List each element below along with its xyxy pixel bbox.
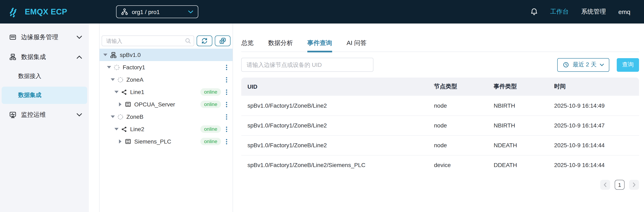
- tree-node-label: ZoneA: [126, 76, 144, 83]
- sidebar-item-edge-service-management[interactable]: 边缘服务管理: [0, 27, 89, 47]
- tree-node-label: Siemens_PLC: [134, 138, 171, 145]
- table-row: spBv1.0/Factory1/ZoneB/Line2/Siemens_PLC…: [241, 155, 639, 175]
- tree-node-label: OPCUA_Server: [134, 101, 175, 108]
- table-cell-event-type: DDEATH: [488, 155, 548, 175]
- filter-actions: 最近 2 天 查询: [558, 58, 639, 72]
- tree-row-actions: [225, 76, 228, 83]
- sidebar-item-monitor-ops[interactable]: 监控运维: [0, 105, 89, 125]
- next-page-button[interactable]: [629, 180, 639, 190]
- org-project-selector[interactable]: org1 / pro1: [116, 5, 198, 18]
- group-icon: [114, 64, 120, 70]
- header-nav: 工作台系统管理emq: [550, 8, 630, 16]
- caret-down-icon[interactable]: [114, 128, 119, 130]
- caret-down-icon[interactable]: [106, 66, 112, 68]
- magnifier-icon: [185, 37, 191, 44]
- status-badge: online: [200, 88, 221, 96]
- tab-overview[interactable]: 总览: [241, 39, 254, 51]
- caret-down-icon[interactable]: [110, 78, 115, 81]
- column-header: UID: [241, 78, 428, 96]
- sidebar-subitem-data-access[interactable]: 数据接入: [0, 67, 89, 86]
- sidebar-menu: 边缘服务管理数据集成数据接入数据集成监控运维: [0, 27, 89, 125]
- chevron-down-icon: [600, 63, 604, 66]
- tree-node-line2[interactable]: Line2online: [100, 123, 232, 135]
- caret-right-icon[interactable]: [118, 139, 123, 144]
- kebab-menu-icon[interactable]: [225, 113, 228, 120]
- refresh-button[interactable]: [197, 35, 212, 46]
- chevron-down-icon: [76, 113, 82, 117]
- device-tree: spBv1.0Factory1ZoneALine1onlineOPCUA_Ser…: [100, 49, 232, 148]
- kebab-menu-icon[interactable]: [225, 138, 228, 145]
- query-button[interactable]: 查询: [617, 58, 639, 72]
- tree-search-input[interactable]: [102, 35, 194, 46]
- tree-node-spbv1-0[interactable]: spBv1.0: [100, 49, 232, 61]
- sidebar: 边缘服务管理数据集成数据接入数据集成监控运维: [0, 23, 89, 212]
- table-header-row: UID节点类型事件类型时间: [241, 78, 639, 96]
- table-row: spBv1.0/Factory1/ZoneB/Line2nodeNDEATH20…: [241, 135, 639, 155]
- nav-item-system-management[interactable]: 系统管理: [581, 8, 606, 16]
- table-cell-time: 2025-10-9 16:14:47: [548, 115, 639, 135]
- column-header: 节点类型: [428, 78, 488, 96]
- kebab-menu-icon[interactable]: [225, 88, 228, 95]
- uid-search-input[interactable]: [241, 58, 374, 72]
- main-content: 总览数据分析事件查询AI 问答 最近 2 天 查询: [234, 23, 644, 212]
- group-icon: [117, 76, 124, 83]
- link-nodes-button[interactable]: [215, 35, 230, 46]
- table-row: spBv1.0/Factory1/ZoneB/Line2nodeNBIRTH20…: [241, 96, 639, 115]
- device-icon: [125, 138, 131, 145]
- clock-icon: [563, 61, 570, 68]
- caret-right-icon[interactable]: [118, 102, 123, 106]
- caret-down-icon[interactable]: [110, 115, 115, 118]
- kebab-menu-icon[interactable]: [225, 101, 228, 108]
- tree-toolbar: [100, 35, 232, 46]
- edge-service-icon: [9, 33, 16, 41]
- tree-row-actions: [225, 113, 228, 120]
- device-tree-panel: spBv1.0Factory1ZoneALine1onlineOPCUA_Ser…: [99, 23, 233, 212]
- caret-down-icon[interactable]: [103, 54, 108, 56]
- tree-node-label: Line1: [130, 89, 144, 95]
- data-integration-icon: [9, 53, 16, 61]
- chevron-left-icon: [603, 182, 607, 187]
- tree-node-factory1[interactable]: Factory1: [100, 61, 232, 73]
- events-table: UID节点类型事件类型时间 spBv1.0/Factory1/ZoneB/Lin…: [241, 78, 639, 175]
- refresh-icon: [201, 37, 208, 44]
- tree-node-line1[interactable]: Line1online: [100, 86, 232, 98]
- pagination: 1: [241, 180, 639, 190]
- app-root: EMQX ECP org1 / pro1 工作台系统管理emq: [0, 0, 644, 212]
- chevron-down-icon: [76, 35, 82, 39]
- sidebar-item-data-integration-group[interactable]: 数据集成: [0, 47, 89, 67]
- table-cell-uid: spBv1.0/Factory1/ZoneB/Line2: [241, 115, 428, 135]
- group-icon: [117, 114, 124, 120]
- kebab-menu-icon[interactable]: [225, 64, 228, 71]
- kebab-menu-icon[interactable]: [225, 126, 228, 133]
- filter-row: 最近 2 天 查询: [241, 58, 639, 72]
- sidebar-item-label: 监控运维: [21, 111, 46, 119]
- sidebar-subitem-data-integration[interactable]: 数据集成: [2, 87, 87, 104]
- nav-item-workbench[interactable]: 工作台: [550, 8, 569, 16]
- prev-page-button[interactable]: [600, 180, 610, 190]
- page-number-button[interactable]: 1: [615, 180, 624, 190]
- tab-data-analysis[interactable]: 数据分析: [268, 39, 293, 51]
- chevron-up-icon: [76, 55, 82, 59]
- notification-bell-icon[interactable]: [530, 8, 538, 16]
- tree-node-label: spBv1.0: [120, 51, 141, 58]
- tree-node-zonea[interactable]: ZoneA: [100, 73, 232, 86]
- sidebar-item-label: 数据集成: [21, 53, 46, 61]
- chevron-right-icon: [632, 182, 636, 187]
- caret-down-icon[interactable]: [114, 91, 119, 93]
- tree-node-opcua-server[interactable]: OPCUA_Serveronline: [100, 98, 232, 111]
- table-cell-uid: spBv1.0/Factory1/ZoneB/Line2/Siemens_PLC: [241, 155, 428, 175]
- tree-row-actions: online: [200, 101, 228, 108]
- nav-item-user[interactable]: emq: [618, 8, 630, 15]
- time-range-value: 最近 2 天: [573, 61, 596, 68]
- tree-node-label: Factory1: [123, 64, 145, 70]
- tree-node-siemens-plc[interactable]: Siemens_PLConline: [100, 135, 232, 148]
- brand-logo: EMQX ECP: [0, 6, 67, 17]
- link-nodes-icon: [219, 37, 226, 44]
- table-cell-event-type: NDEATH: [488, 135, 548, 155]
- kebab-menu-icon[interactable]: [225, 76, 228, 83]
- tab-event-query[interactable]: 事件查询: [307, 39, 332, 51]
- tree-node-zoneb[interactable]: ZoneB: [100, 111, 232, 123]
- org-icon: [110, 51, 117, 58]
- tab-ai-qa[interactable]: AI 问答: [346, 39, 366, 51]
- time-range-select[interactable]: 最近 2 天: [558, 58, 609, 72]
